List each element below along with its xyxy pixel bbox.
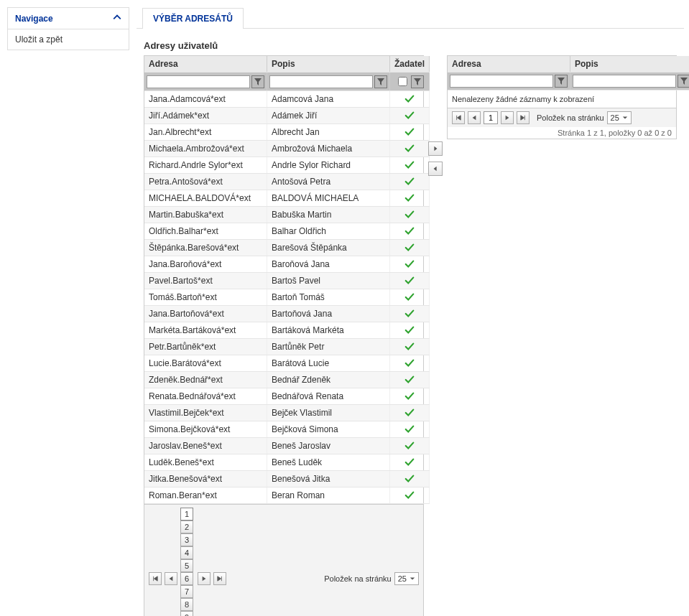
pager-page[interactable]: 9 <box>180 611 193 616</box>
page-size-select[interactable]: 25 <box>607 111 632 124</box>
check-icon <box>394 424 425 434</box>
check-icon <box>394 111 425 121</box>
nav-header[interactable]: Navigace <box>8 8 129 29</box>
cell-adresa: Oldřich.Balhar*ext <box>144 223 267 240</box>
cell-zadatel <box>390 124 430 141</box>
pager-page[interactable]: 6 <box>180 572 193 585</box>
cell-zadatel <box>390 322 430 339</box>
pager-prev-icon[interactable] <box>165 572 177 585</box>
table-row[interactable]: Jitka.Benešová*extBenešová Jitka <box>144 471 430 487</box>
table-row[interactable]: MICHAELA.BALDOVÁ*extBALDOVÁ MICHAELA <box>144 190 430 207</box>
check-icon <box>394 259 425 269</box>
cell-adresa: Jana.Adamcová*ext <box>144 91 267 108</box>
table-row[interactable]: Jan.Albrecht*extAlbrecht Jan <box>144 124 430 141</box>
table-row[interactable]: Roman.Beran*extBeran Roman <box>144 487 430 504</box>
filter-icon[interactable] <box>374 75 387 88</box>
cell-adresa: Pavel.Bartoš*ext <box>144 273 267 289</box>
table-row[interactable]: Petr.Bartůněk*extBartůněk Petr <box>144 339 430 355</box>
col-adresa[interactable]: Adresa <box>144 56 267 73</box>
filter-icon[interactable] <box>555 75 568 88</box>
cell-popis: Bejček Vlastimil <box>267 405 390 421</box>
col-popis[interactable]: Popis <box>267 56 390 73</box>
table-row[interactable]: Jana.Baroňová*extBaroňová Jana <box>144 256 430 273</box>
pager-prev-icon[interactable] <box>468 111 481 124</box>
table-row[interactable]: Oldřich.Balhar*extBalhar Oldřich <box>144 223 430 240</box>
table-row[interactable]: Richard.Andrle Sylor*extAndrle Sylor Ric… <box>144 157 430 174</box>
cell-adresa: Roman.Beran*ext <box>144 487 267 504</box>
filter-popis-input[interactable] <box>269 75 373 88</box>
cell-popis: Andrle Sylor Richard <box>267 157 390 174</box>
cell-zadatel <box>390 454 430 471</box>
check-icon <box>394 276 425 286</box>
table-row[interactable]: Jiří.Adámek*extAdámek Jiří <box>144 108 430 124</box>
col-adresa[interactable]: Adresa <box>448 56 570 73</box>
check-icon <box>394 342 425 352</box>
pager-page[interactable]: 1 <box>180 508 193 521</box>
pager-info: Stránka 1 z 1, položky 0 až 0 z 0 <box>448 127 676 139</box>
cell-adresa: Tomáš.Bartoň*ext <box>144 289 267 306</box>
filter-icon[interactable] <box>411 75 424 88</box>
move-left-button[interactable] <box>428 162 443 176</box>
cell-adresa: Vlastimil.Bejček*ext <box>144 405 267 421</box>
cell-adresa: Petr.Bartůněk*ext <box>144 339 267 355</box>
table-row[interactable]: Petra.Antošová*extAntošová Petra <box>144 174 430 190</box>
filter-icon[interactable] <box>251 75 264 88</box>
pager-page[interactable]: 7 <box>180 585 193 598</box>
filter-popis-input[interactable] <box>573 75 676 88</box>
filter-icon[interactable] <box>678 75 689 88</box>
check-icon <box>394 441 425 451</box>
table-row[interactable]: Jana.Adamcová*extAdamcová Jana <box>144 91 430 108</box>
table-row[interactable]: Jana.Bartoňová*extBartoňová Jana <box>144 306 430 322</box>
table-row[interactable]: Markéta.Bartáková*extBartáková Markéta <box>144 322 430 339</box>
table-row[interactable]: Vlastimil.Bejček*extBejček Vlastimil <box>144 405 430 421</box>
tab-recipients[interactable]: VÝBĚR ADRESÁTŮ <box>142 8 244 29</box>
filter-adresa-input[interactable] <box>147 75 250 88</box>
table-row[interactable]: Pavel.Bartoš*extBartoš Pavel <box>144 273 430 289</box>
cell-adresa: Jana.Baroňová*ext <box>144 256 267 273</box>
pager-page[interactable]: 2 <box>180 521 193 533</box>
filter-adresa-input[interactable] <box>450 75 553 88</box>
cell-popis: Bejčková Simona <box>267 421 390 438</box>
cell-popis: Antošová Petra <box>267 174 390 190</box>
table-row[interactable]: Renata.Bednářová*extBednářová Renata <box>144 388 430 405</box>
col-zadatel[interactable]: Žadatel <box>390 56 430 73</box>
check-icon <box>394 457 425 467</box>
cell-zadatel <box>390 421 430 438</box>
page-size-select[interactable]: 25 <box>394 572 419 585</box>
cell-adresa: Luděk.Beneš*ext <box>144 454 267 471</box>
pager-last-icon[interactable] <box>213 572 226 585</box>
pager-page[interactable]: 5 <box>180 559 193 572</box>
check-icon <box>394 375 425 385</box>
pager-page[interactable]: 3 <box>180 533 193 546</box>
pager-last-icon[interactable] <box>517 111 530 124</box>
table-row[interactable]: Tomáš.Bartoň*extBartoň Tomáš <box>144 289 430 306</box>
table-row[interactable]: Michaela.Ambrožová*extAmbrožová Michaela <box>144 141 430 157</box>
users-left-pager: 12345678910... Položek na stránku 25 <box>144 504 423 616</box>
pager-next-icon[interactable] <box>198 572 211 585</box>
filter-zadatel-checkbox[interactable] <box>398 77 407 86</box>
cell-popis: Barešová Štěpánka <box>267 240 390 256</box>
cell-adresa: Jiří.Adámek*ext <box>144 108 267 124</box>
move-right-button[interactable] <box>428 141 443 156</box>
table-row[interactable]: Štěpánka.Barešová*extBarešová Štěpánka <box>144 240 430 256</box>
table-row[interactable]: Martin.Babuška*extBabuška Martin <box>144 207 430 223</box>
cell-popis: Bednářová Renata <box>267 388 390 405</box>
cell-zadatel <box>390 190 430 207</box>
cell-adresa: MICHAELA.BALDOVÁ*ext <box>144 190 267 207</box>
pager-next-icon[interactable] <box>501 111 514 124</box>
table-row[interactable]: Luděk.Beneš*extBeneš Luděk <box>144 454 430 471</box>
table-row[interactable]: Lucie.Barátová*extBarátová Lucie <box>144 355 430 372</box>
pager-page[interactable]: 4 <box>180 546 193 559</box>
col-popis[interactable]: Popis <box>570 56 690 73</box>
check-icon <box>394 144 425 154</box>
pager-first-icon[interactable] <box>149 572 162 585</box>
pager-page[interactable]: 8 <box>180 598 193 611</box>
pager-first-icon[interactable] <box>452 111 465 124</box>
pager-page-input[interactable] <box>484 111 498 124</box>
table-row[interactable]: Jaroslav.Beneš*extBeneš Jaroslav <box>144 438 430 454</box>
cell-popis: Baroňová Jana <box>267 256 390 273</box>
cell-adresa: Štěpánka.Barešová*ext <box>144 240 267 256</box>
nav-item-save-back[interactable]: Uložit a zpět <box>8 29 129 50</box>
table-row[interactable]: Simona.Bejčková*extBejčková Simona <box>144 421 430 438</box>
table-row[interactable]: Zdeněk.Bednář*extBednář Zdeněk <box>144 372 430 388</box>
